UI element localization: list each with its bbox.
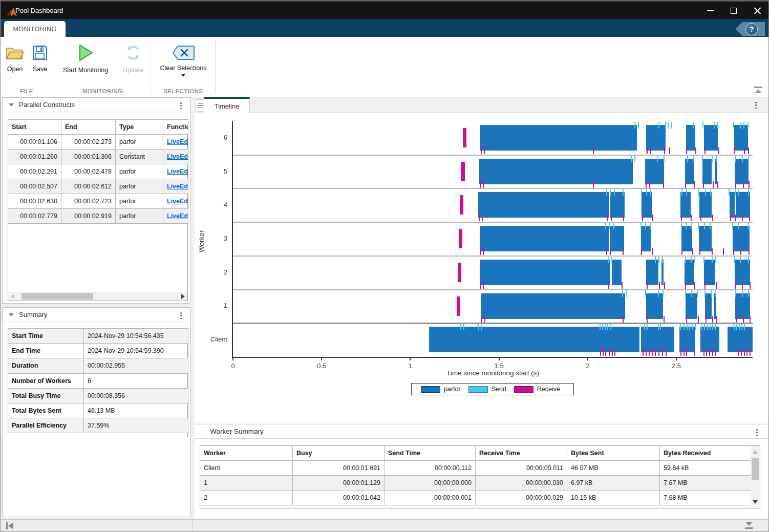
col-bytes-sent[interactable]: Bytes Sent [567,446,660,461]
parfor-bar[interactable] [736,192,750,218]
collapse-panel-icon[interactable] [9,313,14,316]
worker-summary-header[interactable]: Worker Summary [195,424,769,439]
parfor-bar[interactable] [734,125,749,151]
scrollbar-thumb[interactable] [22,293,93,300]
col-receive-time[interactable]: Receive Time [476,446,567,461]
tab-monitoring[interactable]: MONITORING [4,21,66,37]
clear-selections-button[interactable]: Clear Selections [155,45,212,77]
minimize-button[interactable] [698,2,722,19]
receive-block[interactable] [458,263,461,282]
col-function[interactable]: Function [163,120,188,135]
col-start[interactable]: Start [8,120,61,135]
parfor-bar[interactable] [704,260,716,285]
close-button[interactable] [745,2,769,19]
kebab-menu-icon[interactable] [754,427,760,438]
function-link[interactable]: LiveEd [167,212,188,220]
save-button[interactable]: Save [29,44,51,73]
parfor-bar[interactable] [699,226,711,251]
function-link[interactable]: LiveEd [167,198,188,205]
tab-timeline[interactable]: Timeline [204,97,250,113]
parfor-bar[interactable] [699,192,712,218]
function-link[interactable]: LiveEd [167,168,188,175]
collapse-up-button[interactable] [754,87,763,94]
construct-row[interactable]: 00:00:02.779 00:00:02.919 parfor LiveEd [8,209,188,224]
receive-block[interactable] [459,229,462,248]
collapse-left-button[interactable] [6,522,14,529]
parfor-bar[interactable] [646,125,666,151]
collapse-down-button[interactable] [744,522,754,529]
parfor-bar[interactable] [646,260,658,285]
parfor-bar[interactable] [641,327,674,352]
worker-row[interactable]: 1 00:00:01.129 00:00:00.000 00:00:00.030… [200,476,752,491]
scroll-up-icon[interactable] [753,450,758,454]
vertical-scrollbar[interactable] [751,445,760,508]
worker-row[interactable]: Client 00:00:01.691 00:00:00.112 00:00:0… [200,461,752,476]
parfor-bar[interactable] [429,327,639,352]
receive-block[interactable] [460,195,463,215]
parfor-bar[interactable] [479,159,633,184]
parfor-bar[interactable] [612,260,622,285]
worker-row[interactable]: 2 00:00:01.042 00:00:00.001 00:00:00.029… [200,491,752,505]
parfor-bar[interactable] [679,327,695,352]
receive-block[interactable] [463,128,466,147]
parfor-bar[interactable] [686,125,695,151]
parfor-bar[interactable] [610,192,625,218]
function-link[interactable]: LiveEd [167,153,188,160]
parfor-bar[interactable] [478,192,609,218]
parfor-bar[interactable] [480,226,609,251]
receive-block[interactable] [457,296,460,316]
scrollbar-thumb[interactable] [752,458,759,480]
scroll-down-icon[interactable] [753,500,758,504]
parfor-bar[interactable] [641,226,651,251]
collapse-panel-icon[interactable] [9,103,14,107]
parfor-bar[interactable] [705,293,712,319]
parfor-bar[interactable] [646,293,663,319]
maximize-button[interactable] [722,2,745,19]
construct-row[interactable]: 00:00:01.260 00:00:01.306 Constant LiveE… [8,150,188,164]
scroll-right-icon[interactable] [181,294,185,299]
parfor-bar[interactable] [735,159,749,184]
parfor-bar[interactable] [680,192,691,218]
parfor-bar[interactable] [642,192,652,218]
col-end[interactable]: End [61,120,116,135]
parfor-bar[interactable] [480,125,637,151]
function-link[interactable]: LiveEd [167,138,188,145]
parfor-bar[interactable] [686,293,697,319]
parfor-bar[interactable] [480,260,610,285]
construct-row[interactable]: 00:00:01.106 00:00:02.273 parfor LiveEd [8,135,188,150]
parfor-bar[interactable] [681,226,692,251]
col-type[interactable]: Type [116,120,163,135]
col-bytes-received[interactable]: Bytes Received [660,446,752,461]
parfor-bar[interactable] [661,260,664,285]
scroll-left-icon[interactable] [11,294,14,299]
parfor-bar[interactable] [730,192,735,218]
col-worker[interactable]: Worker [200,446,293,461]
horizontal-scrollbar[interactable] [8,292,187,301]
open-button[interactable]: Open [3,44,27,73]
parfor-bar[interactable] [728,327,753,352]
parfor-bar[interactable] [704,125,718,151]
function-link[interactable]: LiveEd [167,183,188,190]
parfor-bar[interactable] [735,293,750,319]
receive-block[interactable] [461,162,465,181]
parallel-constructs-header[interactable]: Parallel Constructs [3,98,190,112]
parfor-bar[interactable] [735,260,750,285]
start-monitoring-button[interactable]: Start Monitoring [56,43,115,74]
parfor-bar[interactable] [645,159,664,184]
parfor-bar[interactable] [685,260,694,285]
summary-header[interactable]: Summary [3,308,190,322]
parfor-bar[interactable] [715,159,717,184]
kebab-menu-icon[interactable] [178,310,184,321]
kebab-menu-icon[interactable] [753,100,759,111]
construct-row[interactable]: 00:00:02.291 00:00:02.478 parfor LiveEd [8,164,188,179]
kebab-menu-icon[interactable] [178,100,184,111]
parfor-bar[interactable] [685,159,695,184]
parfor-bar[interactable] [610,226,624,251]
parfor-bar[interactable] [714,293,716,319]
parfor-bar[interactable] [702,159,712,184]
parfor-bar[interactable] [700,327,719,352]
col-busy[interactable]: Busy [293,446,385,461]
construct-row[interactable]: 00:00:02.630 00:00:02.723 parfor LiveEd [8,194,188,209]
col-send-time[interactable]: Send Time [385,446,476,461]
construct-row[interactable]: 00:00:02.507 00:00:02.612 parfor LiveEd [8,179,188,194]
